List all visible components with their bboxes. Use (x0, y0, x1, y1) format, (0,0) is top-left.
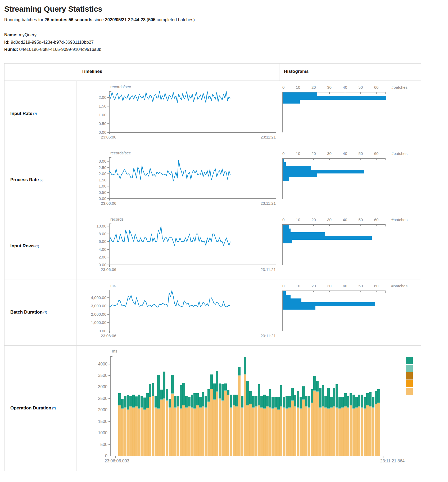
svg-text:2000: 2000 (98, 408, 107, 412)
input-rows-help-icon[interactable]: (?) (35, 244, 39, 248)
svg-text:40: 40 (343, 151, 347, 156)
svg-text:60: 60 (374, 85, 379, 90)
svg-text:20: 20 (311, 85, 316, 90)
svg-text:#batches: #batches (391, 151, 408, 156)
svg-text:0.00: 0.00 (99, 130, 106, 135)
batch-duration-help-icon[interactable]: (?) (43, 311, 47, 314)
svg-text:0.00: 0.00 (99, 329, 106, 333)
query-name-label: Name: (4, 32, 17, 37)
svg-text:10: 10 (296, 284, 300, 288)
svg-text:10: 10 (296, 151, 300, 156)
svg-text:1,000.00: 1,000.00 (91, 320, 106, 325)
batch-duration-timeline-cell: ms0.001,000.002,000.003,000.004,000.0023… (76, 279, 279, 345)
svg-text:23:06:06: 23:06:06 (101, 135, 116, 139)
svg-text:30: 30 (327, 217, 332, 222)
svg-text:1500: 1500 (98, 419, 107, 423)
svg-text:1.00: 1.00 (99, 113, 106, 117)
svg-text:30: 30 (327, 85, 332, 90)
input-rate-label-cell: Input Rate (?) (4, 81, 76, 147)
query-name-line: Name: myQuery (4, 31, 448, 39)
svg-text:#batches: #batches (391, 284, 408, 288)
svg-text:10: 10 (296, 217, 300, 222)
svg-text:8.00: 8.00 (99, 231, 106, 236)
input-rows-timeline-chart: records0.002.004.006.008.0010.0023:06:06… (76, 213, 279, 279)
svg-text:20: 20 (311, 151, 316, 156)
legend-swatch (406, 357, 413, 364)
svg-text:40: 40 (343, 284, 347, 288)
legend-swatch (406, 380, 413, 387)
svg-text:2.00: 2.00 (99, 255, 106, 259)
input-rate-timeline-chart: records/sec0.000.501.001.502.0023:06:062… (76, 81, 279, 147)
svg-text:2.50: 2.50 (99, 165, 106, 169)
input-rows-histogram-cell: 0102030405060#batches (279, 213, 421, 279)
query-runid-label: RunId: (4, 47, 18, 52)
operation-duration-row: Operation Duration (?) ms050010001500200… (4, 345, 421, 471)
svg-text:2500: 2500 (98, 396, 107, 400)
svg-text:20: 20 (311, 284, 316, 288)
running-batches-summary: Running batches for 26 minutes 56 second… (4, 17, 448, 22)
svg-text:10: 10 (296, 85, 300, 90)
process-rate-timeline-cell: records/sec0.000.501.001.502.002.503.002… (76, 147, 279, 213)
operation-duration-chart-cell: ms0500100015002000250030003500400023:06:… (76, 346, 421, 471)
svg-text:23:11:21: 23:11:21 (261, 201, 276, 206)
process-rate-label: Process Rate (10, 177, 39, 182)
batch-duration-timeline-chart: ms0.001,000.002,000.003,000.004,000.0023… (76, 279, 279, 345)
svg-text:50: 50 (358, 217, 363, 222)
svg-text:40: 40 (343, 85, 347, 90)
process-rate-label-cell: Process Rate (?) (4, 147, 76, 213)
batch-duration-label: Batch Duration (10, 310, 43, 315)
svg-text:3000: 3000 (98, 385, 107, 389)
svg-text:23:06:06.093: 23:06:06.093 (105, 459, 129, 463)
summary-duration: 26 minutes 56 seconds (44, 17, 92, 22)
query-name-value: myQuery (19, 32, 37, 37)
batch-duration-histogram-cell: 0102030405060#batches (279, 279, 421, 345)
page-title: Streaming Query Statistics (4, 5, 448, 14)
svg-text:10.00: 10.00 (96, 224, 106, 228)
input-rows-histogram-chart: 0102030405060#batches (279, 213, 421, 279)
svg-text:#batches: #batches (391, 217, 408, 222)
statistics-table: Timelines Histograms Input Rate (?) reco… (4, 63, 421, 471)
batch-duration-row: Batch Duration (?) ms0.001,000.002,000.0… (4, 279, 421, 345)
legend-swatch (406, 372, 413, 380)
input-rows-timeline-cell: records0.002.004.006.008.0010.0023:06:06… (76, 213, 279, 279)
input-rows-row: Input Rows (?) records0.002.004.006.008.… (4, 213, 421, 279)
input-rate-label: Input Rate (10, 111, 32, 116)
process-rate-help-icon[interactable]: (?) (40, 178, 43, 181)
svg-text:3,000.00: 3,000.00 (91, 304, 106, 308)
svg-text:23:06:06: 23:06:06 (101, 333, 116, 338)
input-rate-help-icon[interactable]: (?) (33, 112, 37, 115)
process-rate-timeline-chart: records/sec0.000.501.001.502.002.503.002… (76, 147, 279, 213)
page-content: Streaming Query Statistics Running batch… (0, 0, 448, 471)
svg-text:50: 50 (358, 151, 363, 156)
operation-duration-label: Operation Duration (10, 405, 51, 411)
svg-text:50: 50 (358, 85, 363, 90)
histograms-column-header: Histograms (279, 64, 421, 81)
svg-text:60: 60 (374, 217, 379, 222)
svg-text:30: 30 (327, 284, 332, 288)
batch-duration-histogram-chart: 0102030405060#batches (279, 279, 421, 345)
svg-text:2.00: 2.00 (99, 95, 106, 100)
svg-text:50: 50 (358, 284, 363, 288)
svg-text:60: 60 (374, 284, 379, 288)
query-runid-line: RunId: 04e101e6-8bf8-4165-9099-9104c951b… (4, 46, 448, 53)
svg-text:4,000.00: 4,000.00 (91, 295, 106, 300)
svg-text:4.00: 4.00 (99, 247, 106, 251)
svg-text:1000: 1000 (98, 431, 107, 435)
svg-text:20: 20 (311, 217, 316, 222)
svg-text:23:06:06: 23:06:06 (101, 201, 116, 206)
input-rate-histogram-chart: 0102030405060#batches (279, 81, 421, 147)
svg-text:#batches: #batches (391, 85, 408, 90)
svg-text:23:11:21.864: 23:11:21.864 (380, 459, 405, 463)
summary-batch-count: 505 (148, 17, 156, 22)
svg-text:6.00: 6.00 (99, 239, 106, 244)
svg-text:1.00: 1.00 (99, 184, 106, 188)
svg-text:0: 0 (282, 284, 284, 288)
timelines-column-header: Timelines (77, 64, 279, 81)
input-rows-label: Input Rows (10, 243, 35, 249)
svg-text:records/sec: records/sec (110, 84, 131, 89)
svg-text:records: records (110, 217, 124, 221)
operation-duration-help-icon[interactable]: (?) (52, 407, 56, 410)
process-rate-histogram-cell: 0102030405060#batches (279, 147, 421, 213)
summary-text: completed batches) (155, 17, 195, 22)
input-rate-histogram-cell: 0102030405060#batches (279, 81, 421, 147)
